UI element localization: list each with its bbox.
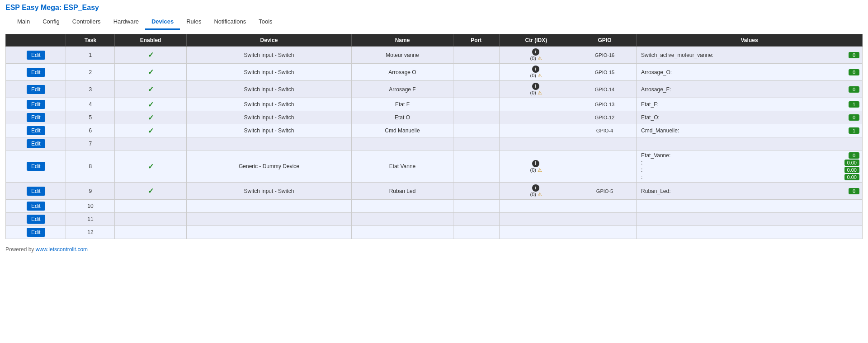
ctr-icon: i [532,83,540,89]
nav-item-controllers[interactable]: Controllers [66,14,107,30]
edit-cell: Edit [6,98,66,111]
check-icon: ✓ [148,163,154,170]
port-cell [453,47,499,64]
footer-link[interactable]: www.letscontrolit.com [36,246,88,253]
nav-item-config[interactable]: Config [36,14,66,30]
edit-cell: Edit [6,200,66,213]
table-row: Edit8✓Generic - Dummy DeviceEtat Vannei(… [6,150,863,183]
nav-item-main[interactable]: Main [11,14,36,30]
values-cell [637,213,863,226]
warn-icon: ⚠ [538,56,542,61]
edit-button[interactable]: Edit [27,113,45,122]
value-badge: 0.00 [844,174,859,180]
value-line: Ruban_Led:0 [641,188,859,194]
nav-item-tools[interactable]: Tools [252,14,278,30]
nav-item-rules[interactable]: Rules [180,14,208,30]
warn-text: (0) ⚠ [530,73,542,78]
device-name: Switch input - Switch [186,81,351,98]
edit-button[interactable]: Edit [27,228,45,237]
device-task-name [352,200,453,213]
port-cell [453,137,499,150]
nav-item-devices[interactable]: Devices [145,14,180,30]
ctr-cell [499,137,573,150]
enabled-cell: ✓ [115,64,186,81]
value-label: : [641,174,844,180]
device-name [186,226,351,239]
footer-text: Powered by [5,246,36,253]
device-name: Switch input - Switch [186,183,351,200]
value-label: : [641,167,844,173]
value-line: Etat_F:1 [641,101,859,108]
task-number: 12 [66,226,115,239]
edit-button[interactable]: Edit [27,215,45,224]
ctr-icon: i [532,185,540,190]
check-icon: ✓ [148,114,154,122]
task-number: 11 [66,213,115,226]
table-row: Edit7 [6,137,863,150]
values-cell: Arrosage_O:0 [637,64,863,81]
gpio-cell: GPIO-13 [573,98,636,111]
value-badge: 1 [849,101,859,108]
edit-button[interactable]: Edit [27,85,45,94]
edit-cell: Edit [6,47,66,64]
port-cell [453,124,499,137]
check-icon: ✓ [148,101,154,108]
port-cell [453,183,499,200]
port-cell [453,64,499,81]
ctr-cell [499,200,573,213]
value-label: Switch_active_moteur_vanne: [641,52,849,58]
edit-button[interactable]: Edit [27,187,45,196]
col-gpio: GPIO [573,34,636,47]
device-name [186,137,351,150]
edit-cell: Edit [6,111,66,124]
edit-cell: Edit [6,183,66,200]
table-body: Edit1✓Switch input - SwitchMoteur vannei… [6,47,863,239]
table-row: Edit6✓Switch input - SwitchCmd ManuelleG… [6,124,863,137]
task-number: 8 [66,150,115,183]
check-icon: ✓ [148,127,154,135]
gpio-cell [573,150,636,183]
edit-button[interactable]: Edit [27,100,45,109]
nav-item-notifications[interactable]: Notifications [208,14,252,30]
nav-item-hardware[interactable]: Hardware [107,14,145,30]
value-label: Arrosage_F: [641,86,849,93]
check-icon: ✓ [148,68,154,76]
edit-cell: Edit [6,81,66,98]
enabled-cell: ✓ [115,47,186,64]
table-header: Task Enabled Device Name Port Ctr (IDX) … [6,34,863,47]
gpio-cell [573,213,636,226]
edit-button[interactable]: Edit [27,162,45,171]
port-cell [453,111,499,124]
col-device: Device [186,34,351,47]
warn-text: (0) ⚠ [530,167,542,173]
edit-cell: Edit [6,150,66,183]
enabled-cell [115,226,186,239]
ctr-icon: i [532,66,540,71]
col-name: Name [352,34,453,47]
col-ctr: Ctr (IDX) [499,34,573,47]
gpio-cell [573,226,636,239]
values-cell: Ruban_Led:0 [637,183,863,200]
check-icon: ✓ [148,85,154,93]
port-cell [453,213,499,226]
value-badge: 0.00 [844,160,859,166]
device-task-name: Moteur vanne [352,47,453,64]
table-row: Edit12 [6,226,863,239]
value-line: :0.00 [641,160,859,166]
edit-button[interactable]: Edit [27,68,45,77]
value-label: Etat_Vanne: [641,152,849,159]
device-task-name: Arrosage F [352,81,453,98]
device-task-name [352,226,453,239]
device-task-name: Ruban Led [352,183,453,200]
value-line: Switch_active_moteur_vanne:0 [641,52,859,58]
gpio-cell: GPIO-14 [573,81,636,98]
edit-button[interactable]: Edit [27,139,45,148]
port-cell [453,226,499,239]
edit-button[interactable]: Edit [27,51,45,60]
edit-button[interactable]: Edit [27,202,45,211]
ctr-cell [499,98,573,111]
edit-button[interactable]: Edit [27,126,45,135]
footer: Powered by www.letscontrolit.com [0,243,868,256]
warn-text: (0) ⚠ [530,90,542,95]
value-label: : [641,160,844,166]
